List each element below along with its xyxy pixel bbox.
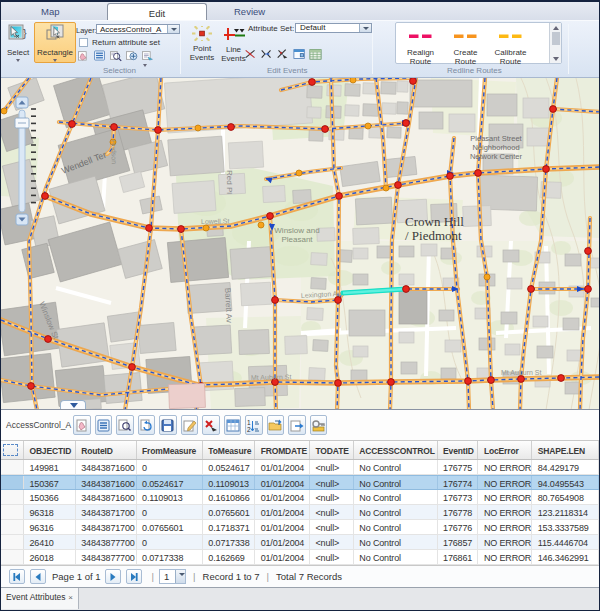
svg-text:Winslow and: Winslow and: [274, 226, 319, 235]
svg-text:Crown Hill: Crown Hill: [405, 214, 464, 229]
svg-text:}: }: [23, 27, 27, 39]
svg-text:Red Pl: Red Pl: [225, 170, 234, 194]
svg-text:Network Center: Network Center: [470, 152, 523, 161]
svg-text:/ Piedmont: / Piedmont: [405, 228, 462, 243]
svg-text:Hudson: Hudson: [110, 140, 118, 164]
svg-text:Mt Auburn St: Mt Auburn St: [251, 373, 292, 381]
svg-text:2: 2: [247, 425, 251, 432]
svg-text:Lowell St: Lowell St: [201, 218, 230, 225]
svg-text:Pleasant Street: Pleasant Street: [470, 134, 522, 143]
svg-text:Neighborhood: Neighborhood: [472, 143, 519, 152]
svg-text:Barrett Av: Barrett Av: [223, 288, 234, 323]
svg-text:Mt Auburn St: Mt Auburn St: [501, 369, 542, 376]
svg-text:Pleasant: Pleasant: [281, 235, 313, 244]
